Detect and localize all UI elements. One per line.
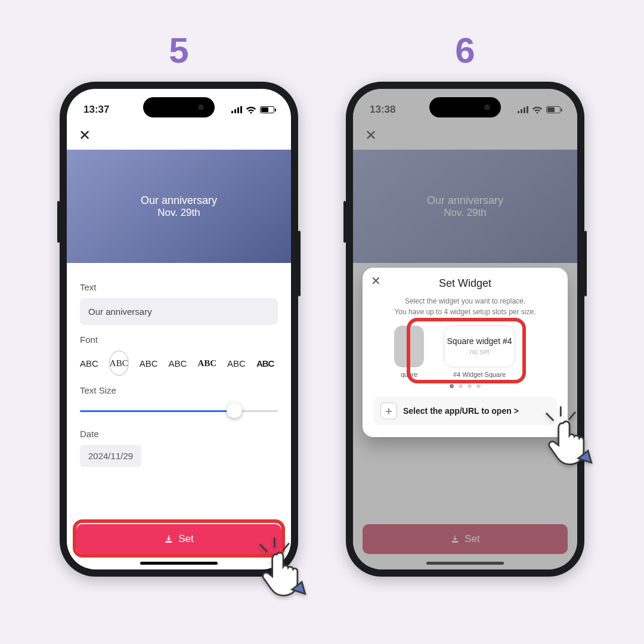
screen-right: 13:38 ✕ Our anniversary Nov. 29th F ABC …: [353, 89, 577, 569]
step-number-5: 5: [169, 30, 188, 71]
text-label: Text: [80, 282, 278, 292]
wifi-icon: [246, 106, 256, 114]
select-app-row[interactable]: ＋ Select the app/URL to open >: [373, 397, 557, 425]
widget-preview: Our anniversary Nov. 29th: [67, 150, 291, 263]
widget-slot-title: Square widget #4: [447, 337, 512, 346]
modal-close-icon[interactable]: ✕: [371, 274, 381, 288]
date-input[interactable]: 2024/11/29: [80, 445, 141, 467]
svg-rect-0: [166, 541, 172, 543]
font-option-selected[interactable]: ABC: [109, 351, 129, 376]
modal-subtitle-1: Select the widget you want to replace.: [373, 296, 557, 306]
font-option[interactable]: ABC: [197, 358, 216, 369]
set-widget-modal: ✕ Set Widget Select the widget you want …: [363, 268, 568, 437]
dynamic-island: [429, 97, 501, 117]
status-time: 13:37: [83, 104, 109, 116]
text-input[interactable]: Our anniversary: [80, 298, 278, 325]
dynamic-island: [143, 97, 215, 117]
font-option[interactable]: ABC: [227, 358, 246, 369]
screen-left: 13:37 ✕ Our anniversary Nov. 29th Text O…: [67, 89, 291, 569]
font-label: Font: [80, 335, 278, 345]
set-button[interactable]: Set: [76, 524, 281, 554]
step-number-6: 6: [455, 30, 475, 71]
set-button-label: Set: [178, 533, 194, 545]
font-picker[interactable]: ABC ABC ABC ABC ABC ABC ABC ABC: [80, 351, 278, 376]
preview-line1: Our anniversary: [141, 194, 217, 207]
widget-slot-caption: quare: [401, 371, 417, 378]
font-option[interactable]: ABC: [256, 358, 274, 369]
home-indicator: [140, 562, 218, 565]
cellular-icon: [231, 106, 242, 113]
text-size-label: Text Size: [80, 385, 278, 395]
modal-title: Set Widget: [373, 277, 557, 290]
phone-frame-right: 13:38 ✕ Our anniversary Nov. 29th F ABC …: [346, 82, 584, 577]
font-option[interactable]: ABC: [80, 358, 98, 369]
select-app-label: Select the app/URL to open >: [403, 406, 519, 416]
text-size-slider[interactable]: [80, 401, 278, 419]
battery-icon: [260, 106, 274, 113]
font-option[interactable]: ABC: [140, 358, 158, 369]
widget-slot-caption: #4 Widget Square: [453, 371, 506, 378]
widget-slot-4[interactable]: Square widget #4 no set: [444, 326, 515, 367]
preview-line2: Nov. 29th: [157, 207, 200, 219]
widget-slot-status: no set: [470, 348, 490, 356]
widget-slot-prev[interactable]: [394, 326, 424, 367]
page-dots: [373, 384, 557, 388]
close-icon[interactable]: ✕: [79, 127, 91, 144]
date-label: Date: [80, 429, 278, 439]
modal-subtitle-2: You have up to 4 widget setup slots per …: [373, 306, 557, 317]
plus-icon: ＋: [380, 402, 397, 419]
set-icon: [164, 534, 174, 544]
font-option[interactable]: ABC: [169, 358, 187, 369]
phone-frame-left: 13:37 ✕ Our anniversary Nov. 29th Text O…: [60, 82, 298, 577]
